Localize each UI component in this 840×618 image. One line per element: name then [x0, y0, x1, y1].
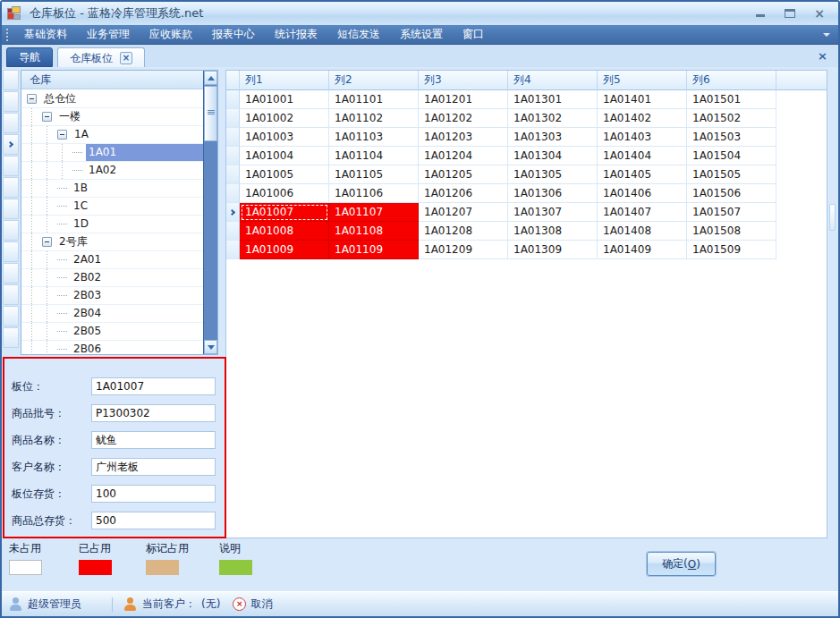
grid-cell[interactable]: 1A01109	[329, 241, 419, 259]
minimize-icon[interactable]	[754, 7, 767, 20]
grid-cell[interactable]: 1A01501	[687, 90, 776, 109]
indicator-cell[interactable]	[3, 199, 19, 219]
tree-node[interactable]: 1B	[21, 180, 203, 198]
menu-overflow-icon[interactable]	[823, 33, 830, 37]
grid-cell[interactable]: 1A01007	[240, 203, 329, 222]
grid-column-header[interactable]: 列5	[598, 71, 687, 90]
field-input[interactable]	[91, 377, 216, 395]
menu-item[interactable]: 业务管理	[77, 25, 140, 44]
tree-node[interactable]: 1A	[21, 126, 203, 144]
grid-cell[interactable]: 1A01105	[329, 165, 419, 184]
menu-item[interactable]: 短信发送	[327, 25, 390, 44]
grid-cell[interactable]: 1A01107	[329, 203, 419, 222]
indicator-cell[interactable]	[3, 306, 19, 326]
grid-column-header[interactable]: 列6	[687, 71, 776, 90]
menu-item[interactable]: 报表中心	[202, 25, 265, 44]
grid-row-header[interactable]	[226, 147, 240, 165]
tree-node[interactable]: 2B03	[21, 287, 203, 305]
grid-column-header[interactable]: 列3	[419, 71, 508, 90]
grid-cell[interactable]: 1A01402	[598, 109, 687, 128]
indicator-cell[interactable]	[3, 284, 19, 305]
grid-cell[interactable]: 1A01006	[240, 184, 329, 203]
grid-cell[interactable]: 1A01409	[598, 241, 687, 259]
grid-cell[interactable]: 1A01306	[508, 184, 598, 203]
collapse-minus-icon[interactable]	[42, 237, 52, 247]
grid-cell[interactable]: 1A01309	[508, 241, 598, 259]
grid-cell[interactable]: 1A01304	[508, 147, 598, 165]
tabstrip-close-icon[interactable]: ×	[818, 49, 827, 63]
field-input[interactable]	[91, 485, 216, 503]
field-input[interactable]	[91, 404, 216, 422]
tree-node[interactable]: 一楼	[21, 108, 203, 126]
menu-item[interactable]: 窗口	[453, 25, 494, 44]
menu-item[interactable]: 统计报表	[265, 25, 327, 44]
grid-cell[interactable]: 1A01103	[329, 128, 419, 147]
grid-cell[interactable]: 1A01009	[240, 241, 329, 259]
grid-cell[interactable]: 1A01305	[508, 165, 598, 184]
tree-node[interactable]: 2B04	[21, 305, 203, 323]
scrollbar-thumb[interactable]	[204, 86, 217, 141]
close-icon[interactable]: ×	[813, 7, 826, 20]
collapse-minus-icon[interactable]	[42, 112, 52, 122]
grid-cell[interactable]: 1A01307	[508, 203, 598, 222]
indicator-cell[interactable]	[3, 156, 19, 176]
grid-cell[interactable]: 1A01303	[508, 128, 598, 147]
grid-cell[interactable]: 1A01302	[508, 109, 598, 128]
collapse-minus-icon[interactable]	[27, 94, 37, 104]
tab-navigation[interactable]: 导航	[6, 47, 53, 67]
grid-cell[interactable]: 1A01104	[329, 147, 419, 165]
grid-cell[interactable]: 1A01203	[419, 128, 508, 147]
grid-cell[interactable]: 1A01101	[329, 90, 419, 109]
grid-cell[interactable]: 1A01002	[240, 109, 329, 128]
grid-row-header[interactable]	[226, 222, 240, 241]
tree-node[interactable]: 2B06	[21, 341, 203, 354]
grid-row-header[interactable]	[226, 203, 240, 222]
grid-cell[interactable]: 1A01407	[598, 203, 687, 222]
grid-row-header[interactable]	[226, 241, 240, 259]
grid-cell[interactable]: 1A01106	[329, 184, 419, 203]
indicator-cell[interactable]	[3, 327, 19, 348]
grid-cell[interactable]: 1A01108	[329, 222, 419, 241]
indicator-cell[interactable]	[3, 220, 19, 241]
grid-cell[interactable]: 1A01504	[687, 147, 776, 165]
grid-cell[interactable]: 1A01102	[329, 109, 419, 128]
grid-cell[interactable]: 1A01509	[687, 241, 776, 259]
grid-column-header[interactable]: 列1	[240, 71, 329, 90]
grid-cell[interactable]: 1A01406	[598, 184, 687, 203]
tab-warehouse-slots[interactable]: 仓库板位 ×	[57, 47, 145, 67]
grid-cell[interactable]: 1A01205	[419, 165, 508, 184]
grid-cell[interactable]: 1A01201	[419, 90, 508, 109]
indicator-cell[interactable]	[3, 241, 19, 262]
grid-cell[interactable]: 1A01408	[598, 222, 687, 241]
field-input[interactable]	[91, 458, 216, 476]
indicator-cell[interactable]	[3, 70, 19, 90]
grid-cell[interactable]: 1A01008	[240, 222, 329, 241]
grid-row-header[interactable]	[226, 165, 240, 184]
scroll-down-icon[interactable]	[204, 340, 217, 354]
grid-cell[interactable]: 1A01505	[687, 165, 776, 184]
tab-close-icon[interactable]: ×	[120, 52, 132, 64]
scroll-up-icon[interactable]	[204, 71, 217, 85]
grid-cell[interactable]: 1A01202	[419, 109, 508, 128]
tree-node[interactable]: 2号库	[21, 233, 203, 251]
grid-row-header[interactable]	[226, 109, 240, 128]
field-input[interactable]	[91, 512, 216, 529]
tree-node[interactable]: 总仓位	[21, 90, 203, 108]
tree-scrollbar[interactable]	[203, 71, 217, 354]
tree-node[interactable]: 1A02	[21, 162, 203, 180]
grid-cell[interactable]: 1A01404	[598, 147, 687, 165]
grid-row-header[interactable]	[226, 184, 240, 203]
menu-item[interactable]: 基础资料	[14, 25, 77, 44]
grid-column-header[interactable]: 列4	[508, 71, 598, 90]
collapse-minus-icon[interactable]	[57, 130, 67, 140]
grid-cell[interactable]: 1A01403	[598, 128, 687, 147]
maximize-icon[interactable]	[784, 7, 796, 20]
menu-item[interactable]: 应收账款	[140, 25, 202, 44]
grid-cell[interactable]: 1A01204	[419, 147, 508, 165]
tree-node[interactable]: 1D	[21, 216, 203, 233]
ok-button[interactable]: 确定(O)	[647, 552, 716, 576]
grid-column-header[interactable]: 列2	[329, 71, 419, 90]
grid-cell[interactable]: 1A01506	[687, 184, 776, 203]
tree-node[interactable]: 2B05	[21, 323, 203, 341]
cancel-icon[interactable]: ×	[233, 597, 246, 611]
